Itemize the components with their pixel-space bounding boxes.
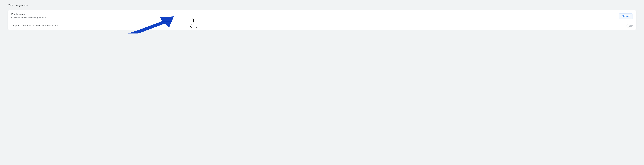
settings-card: Emplacement C:\Users\caroline\Télécharge… <box>8 10 636 30</box>
location-label: Emplacement <box>11 13 46 16</box>
location-path: C:\Users\caroline\Téléchargements <box>11 16 46 19</box>
downloads-section: Téléchargements Emplacement C:\Users\car… <box>8 4 636 30</box>
modify-button[interactable]: Modifier <box>619 14 633 19</box>
ask-location-label: Toujours demander où enregistrer les fic… <box>11 24 58 27</box>
location-row: Emplacement C:\Users\caroline\Télécharge… <box>8 10 636 22</box>
ask-location-toggle[interactable] <box>627 24 633 27</box>
section-title: Téléchargements <box>8 4 636 7</box>
ask-location-row: Toujours demander où enregistrer les fic… <box>8 22 636 30</box>
